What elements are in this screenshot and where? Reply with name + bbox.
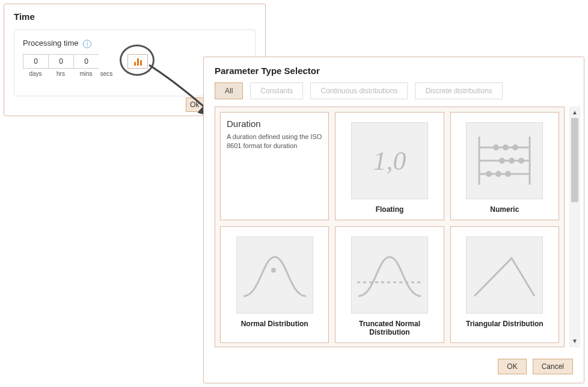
card-normal-distribution[interactable]: Normal Distribution (220, 226, 329, 343)
tab-continuous-distributions[interactable]: Continuous distributions (310, 82, 408, 99)
processing-time-label: Processing time (23, 39, 78, 48)
floating-thumb: 1,0 (351, 122, 428, 199)
selector-ok-button[interactable]: OK (498, 359, 526, 374)
scroll-thumb[interactable] (571, 118, 578, 202)
card-numeric[interactable]: Numeric (450, 112, 559, 220)
days-input[interactable]: 0 (23, 54, 48, 69)
card-floating-label: Floating (376, 205, 404, 214)
triangular-distribution-icon (468, 239, 541, 311)
parameter-type-selector-dialog: Parameter Type Selector All Constants Co… (203, 57, 584, 383)
svg-point-14 (271, 268, 276, 273)
card-truncated-label: Truncated Normal Distribution (341, 320, 437, 336)
bar-chart-icon (140, 60, 142, 66)
selector-cancel-button[interactable]: Cancel (533, 359, 573, 374)
card-floating[interactable]: 1,0 Floating (335, 112, 444, 220)
card-duration-title: Duration (227, 119, 261, 129)
normal-distribution-icon (239, 239, 311, 311)
selector-card-grid: Duration A duration defined using the IS… (220, 112, 559, 342)
selector-tab-row: All Constants Continuous distributions D… (215, 82, 503, 99)
hrs-input[interactable]: 0 (48, 54, 73, 69)
hrs-field-cell: 0 hrs (48, 54, 73, 77)
card-truncated-normal-distribution[interactable]: Truncated Normal Distribution (335, 226, 444, 343)
bar-chart-icon (137, 58, 139, 66)
tab-all[interactable]: All (215, 82, 243, 99)
open-parameter-selector-button[interactable] (127, 54, 148, 69)
abacus-icon (468, 125, 541, 197)
card-normal-label: Normal Distribution (241, 320, 308, 328)
time-panel-title: Time (14, 11, 35, 22)
mins-unit-label: mins (73, 70, 99, 77)
distribution-button-wrap (127, 54, 148, 69)
svg-point-11 (486, 171, 492, 177)
selector-scrollbar[interactable]: ▲ ▼ (569, 107, 580, 347)
hrs-unit-label: hrs (48, 70, 73, 77)
card-duration-description: A duration defined using the ISO 8601 fo… (227, 132, 322, 151)
days-unit-label: days (23, 70, 48, 77)
svg-point-12 (495, 171, 501, 177)
card-numeric-label: Numeric (490, 205, 519, 214)
svg-point-8 (499, 158, 505, 164)
svg-point-6 (503, 144, 509, 150)
svg-point-13 (505, 171, 511, 177)
numeric-thumb (466, 122, 543, 199)
time-ok-button[interactable]: Ok (186, 98, 204, 112)
secs-unit-label: secs (96, 70, 117, 77)
truncated-thumb (351, 237, 428, 314)
scroll-down-icon[interactable]: ▼ (570, 336, 580, 347)
tab-discrete-distributions[interactable]: Discrete distributions (415, 82, 502, 99)
scroll-up-icon[interactable]: ▲ (570, 107, 580, 118)
svg-point-5 (493, 144, 499, 150)
days-field-cell: 0 days (23, 54, 48, 77)
normal-thumb (236, 237, 313, 314)
mins-field-cell: 0 mins (73, 54, 99, 77)
tab-constants[interactable]: Constants (250, 82, 303, 99)
selector-cards-region: Duration A duration defined using the IS… (215, 107, 565, 347)
svg-point-9 (509, 158, 515, 164)
card-duration[interactable]: Duration A duration defined using the IS… (220, 112, 329, 220)
mins-input[interactable]: 0 (73, 54, 99, 69)
truncated-normal-icon (354, 239, 426, 311)
svg-point-10 (518, 158, 524, 164)
card-triangular-distribution[interactable]: Triangular Distribution (450, 226, 559, 343)
bar-chart-icon (134, 62, 136, 66)
svg-point-7 (512, 144, 518, 150)
info-icon[interactable]: i (83, 40, 91, 48)
secs-field-cell: secs (99, 54, 117, 77)
selector-title: Parameter Type Selector (215, 66, 320, 76)
card-triangular-label: Triangular Distribution (466, 320, 544, 328)
selector-button-row: OK Cancel (498, 359, 573, 374)
triangular-thumb (466, 237, 543, 314)
floating-sample-icon: 1,0 (373, 146, 406, 176)
